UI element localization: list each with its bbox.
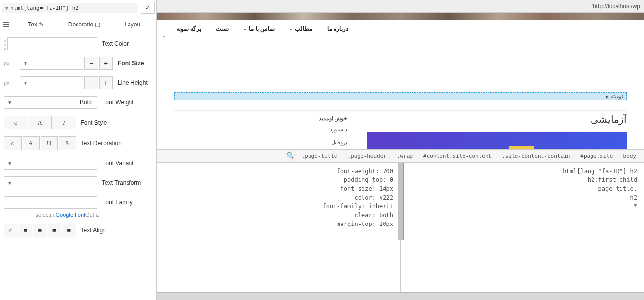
nav-posts[interactable]: مطالب⌄ bbox=[289, 25, 312, 32]
horizontal-scrollbar[interactable] bbox=[157, 292, 644, 300]
google-font-link[interactable]: Google Font bbox=[56, 212, 86, 218]
crumb[interactable]: wrap. bbox=[391, 151, 418, 161]
text-color-input[interactable] bbox=[7, 37, 97, 50]
css-prop[interactable]: padding-top: 0 bbox=[164, 175, 393, 184]
label-text-color: Text Color bbox=[102, 40, 153, 47]
line-height-increase[interactable]: + bbox=[99, 76, 113, 89]
text-align-none[interactable]: ○ bbox=[4, 224, 18, 237]
font-style-normal[interactable]: A bbox=[28, 116, 52, 129]
css-prop[interactable]: margin-top: 20px bbox=[164, 220, 393, 228]
sidebar-link-profile[interactable]: پروفایل bbox=[174, 136, 347, 149]
text-decoration-strike[interactable]: S bbox=[59, 136, 76, 150]
selector-item[interactable]: * bbox=[408, 202, 637, 211]
breadcrumb-bar: body page.site# site-content-contain. co… bbox=[157, 149, 644, 163]
unit-px: px bbox=[4, 80, 15, 86]
font-family-input[interactable] bbox=[4, 196, 97, 209]
label-line-height: Line Height bbox=[118, 79, 153, 86]
label-font-size: Font Size bbox=[118, 60, 153, 67]
box-icon: ▢ bbox=[95, 21, 100, 28]
nav-test[interactable]: تست bbox=[216, 25, 229, 32]
selected-element-h2[interactable]: نوشته ها bbox=[174, 92, 627, 100]
tab-text[interactable]: Tex✎ bbox=[14, 19, 58, 30]
url-bar[interactable]: /http://localhost/wp bbox=[157, 0, 644, 13]
crumb[interactable]: page.site# bbox=[575, 151, 618, 161]
crumb[interactable]: body bbox=[618, 151, 642, 161]
label-font-variant: Font Variant bbox=[102, 160, 153, 167]
crumb[interactable]: page-header. bbox=[342, 151, 391, 161]
selector-text: html[lang="fa-IR"] h2 bbox=[10, 5, 78, 11]
selector-list-panel: html[lang="fa-IR"] h2 h2:first-child pag… bbox=[400, 163, 644, 292]
text-decoration-underline[interactable]: U bbox=[41, 136, 58, 150]
scroll-down-icon[interactable]: ↓ bbox=[162, 29, 166, 40]
crumb[interactable]: content.site-content# bbox=[418, 151, 496, 161]
text-decoration-none[interactable]: ○ bbox=[4, 136, 22, 150]
css-prop[interactable]: font-size: 14px bbox=[164, 184, 393, 193]
post-featured-image: 字A bbox=[367, 132, 627, 149]
font-style-italic[interactable]: I bbox=[52, 116, 76, 129]
css-prop[interactable]: font-weight: 700 bbox=[164, 167, 393, 175]
sidebar-welcome: خوش اومدید bbox=[174, 113, 347, 124]
font-size-input[interactable]: ▼ bbox=[20, 57, 83, 70]
text-align-center[interactable]: ≡ bbox=[33, 224, 47, 237]
label-text-align: Text Align bbox=[81, 227, 153, 234]
unit-px: px bbox=[4, 60, 15, 66]
font-variant-select[interactable]: ▼ bbox=[4, 157, 97, 170]
font-style-none[interactable]: ○ bbox=[4, 116, 27, 129]
tab-layout[interactable]: Layou bbox=[110, 19, 155, 30]
crumb[interactable]: site-content-contain. bbox=[496, 151, 575, 161]
label-text-decoration: Text Decoration bbox=[81, 140, 153, 147]
selector-input[interactable]: ▼ html[lang="fa-IR"] h2 bbox=[2, 3, 138, 13]
header-image bbox=[157, 13, 644, 20]
label-font-style: Font Style bbox=[81, 119, 153, 126]
caret-icon: ▼ bbox=[5, 5, 8, 11]
nav-contact[interactable]: تماس با ما⌄ bbox=[243, 25, 275, 32]
text-color-swatch[interactable] bbox=[4, 38, 6, 50]
line-height-decrease[interactable]: − bbox=[84, 76, 98, 89]
text-decoration-normal[interactable]: A bbox=[23, 136, 40, 150]
menu-icon[interactable] bbox=[2, 21, 10, 28]
apply-selector-button[interactable]: ✓ bbox=[141, 2, 155, 14]
font-hint: selector.Google FontGet a bbox=[4, 212, 153, 218]
scrollbar[interactable] bbox=[398, 163, 404, 240]
nav-about[interactable]: درباره ما bbox=[327, 25, 348, 32]
label-font-weight: Font Weight bbox=[102, 99, 153, 106]
selector-item[interactable]: h2:first-child bbox=[408, 175, 637, 184]
text-transform-select[interactable]: ▼ bbox=[4, 176, 97, 189]
text-align-right[interactable]: ≡ bbox=[48, 224, 62, 237]
chevron-down-icon: ⌄ bbox=[243, 26, 247, 31]
font-size-decrease[interactable]: − bbox=[84, 57, 98, 70]
css-prop[interactable]: clear: both bbox=[164, 211, 393, 220]
css-prop[interactable]: font-family: inherit bbox=[164, 202, 393, 211]
main-nav: درباره ما مطالب⌄ تماس با ما⌄ تست برگه نم… bbox=[157, 20, 644, 38]
text-align-left[interactable]: ≡ bbox=[19, 224, 33, 237]
line-height-input[interactable]: ▼ bbox=[20, 76, 83, 89]
font-weight-select[interactable]: ▼Bold bbox=[4, 96, 97, 109]
chevron-down-icon: ⌄ bbox=[289, 26, 293, 31]
post-title: آزمایشی bbox=[367, 113, 627, 125]
css-prop[interactable]: color: #222 bbox=[164, 193, 393, 202]
label-font-family: Font Family bbox=[102, 199, 153, 206]
font-size-increase[interactable]: + bbox=[99, 57, 113, 70]
nav-sample[interactable]: برگه نمونه bbox=[177, 25, 201, 32]
selector-item[interactable]: page-title. bbox=[408, 184, 637, 193]
eyedropper-icon: ✎ bbox=[39, 21, 44, 28]
label-text-transform: Text Transform bbox=[102, 179, 153, 186]
crumb[interactable]: page-title. bbox=[296, 151, 342, 161]
selector-item[interactable]: html[lang="fa-IR"] h2 bbox=[408, 167, 637, 175]
text-align-justify[interactable]: ≡ bbox=[62, 224, 76, 237]
selector-item[interactable]: h2 bbox=[408, 193, 637, 202]
tab-decoration[interactable]: Decoratio▢ bbox=[62, 19, 106, 30]
css-properties-panel: font-weight: 700 padding-top: 0 font-siz… bbox=[157, 163, 400, 292]
sidebar-link-dashboard[interactable]: داشبورد bbox=[174, 124, 347, 136]
